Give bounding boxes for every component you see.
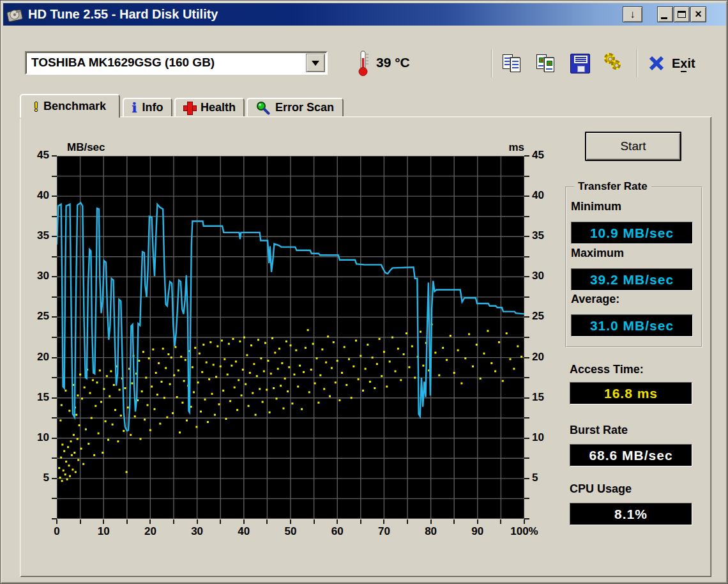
y-axis-tick-left	[52, 478, 57, 479]
y-axis-tick-label-left: 30	[24, 270, 49, 282]
x-axis-tick-label: 90	[457, 525, 498, 538]
x-axis-tick-label: 50	[270, 525, 311, 538]
transfer-rate-group-label: Transfer Rate	[574, 180, 651, 193]
maximize-button[interactable]	[674, 6, 690, 22]
options-button[interactable]	[599, 49, 628, 77]
close-icon: ×	[695, 8, 702, 21]
tab-health[interactable]: Health	[174, 98, 245, 116]
hdtune-window: HD Tune 2.55 - Hard Disk Utility ↓ × TOS…	[0, 0, 728, 584]
y-axis-tick-right	[524, 276, 529, 277]
y-axis-tick-right	[524, 296, 529, 298]
burst-rate-value: 68.6 MB/sec	[570, 444, 692, 466]
save-button[interactable]	[565, 49, 595, 77]
info-icon: i	[132, 100, 137, 116]
y-axis-tick-left	[52, 176, 57, 177]
exit-accelerator-underline	[681, 71, 686, 72]
access-time-label: Access Time:	[570, 363, 644, 376]
y-axis-tick-right	[524, 316, 529, 318]
minimize-button[interactable]	[657, 6, 673, 22]
y-axis-tick-left	[52, 216, 57, 217]
y-axis-tick-label-left: 15	[24, 391, 49, 404]
copy-text-button[interactable]	[497, 49, 527, 77]
x-axis-tick	[197, 519, 198, 524]
tab-benchmark-label: Benchmark	[43, 100, 106, 113]
x-axis-tick-label: 40	[224, 525, 264, 538]
drive-temperature: 39 °C	[376, 55, 410, 70]
y-axis-tick-left	[52, 397, 57, 399]
y-axis-tick-right	[524, 236, 529, 237]
tab-error-scan[interactable]: Error Scan	[246, 98, 344, 116]
y-axis-tick-label-right: 5	[532, 472, 560, 484]
options-gears-icon	[603, 52, 625, 74]
x-axis-tick-label: 30	[177, 525, 218, 538]
y-axis-tick-left	[52, 316, 57, 318]
y-axis-tick-left	[52, 296, 57, 298]
thermometer-icon	[356, 50, 372, 79]
y-axis-tick-right	[524, 377, 529, 378]
tab-info-label: Info	[142, 101, 163, 114]
x-axis-tick	[80, 519, 81, 524]
copy-text-icon	[501, 52, 523, 74]
y-axis-tick-left	[52, 498, 57, 499]
minimum-label: Minimum	[571, 200, 621, 213]
y-axis-tick-right	[524, 417, 529, 419]
cpu-usage-label: CPU Usage	[570, 482, 632, 496]
exit-button[interactable]	[644, 49, 669, 77]
average-value: 31.0 MB/sec	[571, 314, 693, 337]
y-axis-tick-label-right: 15	[532, 391, 560, 404]
x-axis-tick	[149, 519, 151, 524]
exit-label[interactable]: Exit	[672, 56, 695, 71]
x-axis-tick	[266, 519, 268, 524]
y-axis-left-unit: MB/sec	[67, 141, 105, 154]
maximum-label: Maximum	[571, 247, 624, 260]
exit-x-icon	[648, 55, 665, 72]
minimize-to-tray-button[interactable]: ↓	[623, 6, 642, 22]
down-arrow-icon: ↓	[630, 8, 635, 21]
drive-select-combobox[interactable]: TOSHIBA MK1629GSG (160 GB)	[25, 51, 328, 75]
copy-screenshot-button[interactable]	[531, 49, 561, 77]
titlebar[interactable]: HD Tune 2.55 - Hard Disk Utility ↓ ×	[3, 3, 726, 26]
tab-error-scan-label: Error Scan	[275, 101, 334, 114]
start-button[interactable]: Start	[585, 132, 681, 161]
minimize-icon	[661, 17, 667, 19]
benchmark-chart-canvas	[57, 156, 524, 519]
y-axis-tick-left	[52, 377, 57, 378]
benchmark-chart	[57, 156, 524, 519]
x-axis-tick	[500, 519, 501, 524]
window-title: HD Tune 2.55 - Hard Disk Utility	[28, 7, 218, 22]
y-axis-tick-left	[52, 276, 57, 277]
y-axis-tick-left	[52, 236, 57, 237]
y-axis-tick-right	[524, 498, 529, 499]
x-axis-tick	[314, 519, 315, 524]
x-axis-tick	[360, 519, 361, 524]
y-axis-tick-right	[524, 155, 529, 157]
y-axis-tick-label-left: 10	[24, 431, 49, 444]
drive-select-dropdown-button[interactable]	[306, 54, 325, 72]
x-axis-tick-label: 100%	[504, 525, 545, 538]
close-button[interactable]: ×	[690, 6, 706, 22]
x-axis-tick	[56, 519, 57, 524]
x-axis-tick	[430, 519, 432, 524]
cpu-usage-value: 8.1%	[570, 503, 692, 525]
x-axis-tick-label: 10	[83, 525, 124, 538]
toolbar-separator	[491, 49, 492, 77]
tab-info[interactable]: i Info	[123, 98, 172, 116]
x-axis-tick-label: 70	[363, 525, 404, 538]
burst-rate-label: Burst Rate	[570, 424, 628, 437]
access-time-value: 16.8 ms	[570, 382, 692, 404]
x-axis-tick-label: 0	[36, 525, 77, 538]
toolbar-separator	[637, 49, 638, 77]
y-axis-tick-left	[52, 337, 57, 338]
x-axis-tick	[524, 519, 525, 524]
y-axis-tick-label-left: 5	[24, 472, 49, 484]
y-axis-tick-label-left: 25	[24, 310, 49, 323]
y-axis-tick-right	[524, 196, 529, 197]
y-axis-tick-left	[52, 417, 57, 419]
y-axis-tick-label-right: 25	[532, 310, 560, 323]
magnifier-icon	[256, 101, 270, 115]
tab-benchmark[interactable]: ! Benchmark	[20, 94, 120, 118]
x-axis-tick	[477, 519, 478, 524]
y-axis-right-unit: ms	[492, 141, 524, 154]
drive-select-value: TOSHIBA MK1629GSG (160 GB)	[31, 56, 215, 70]
y-axis-tick-left	[52, 256, 57, 257]
